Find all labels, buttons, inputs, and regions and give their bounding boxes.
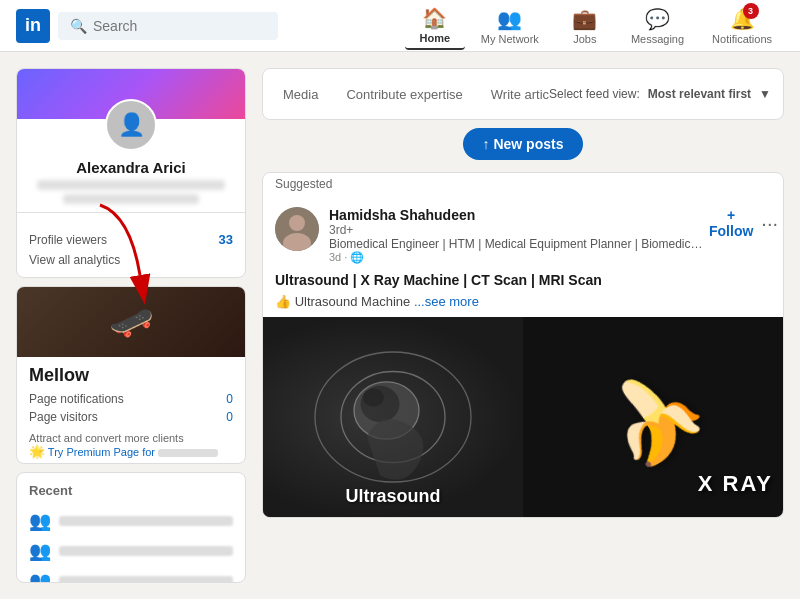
- sort-value[interactable]: Most relevant first: [648, 87, 751, 101]
- meme-xray: 🍌 X RAY: [523, 317, 783, 517]
- post-body-text: Ultrasound Machine: [295, 294, 411, 309]
- banana-icon: 🍌: [586, 351, 720, 482]
- recent-item-2[interactable]: 👥: [29, 536, 233, 566]
- profile-card: 👤 Alexandra Arici Profile viewers 33 Vie…: [16, 68, 246, 278]
- recent-card: Recent 👥 👥 👥: [16, 472, 246, 583]
- search-input[interactable]: [93, 18, 266, 34]
- post-title: Biomedical Engineer | HTM | Medical Equi…: [329, 237, 709, 251]
- jobs-icon: 💼: [572, 7, 597, 31]
- nav-item-jobs[interactable]: 💼 Jobs: [555, 3, 615, 49]
- mellow-card: 🛹 Mellow Page notifications 0 Page visit…: [16, 286, 246, 465]
- profile-subtitle-blurred: [63, 194, 200, 204]
- nav-notifications-label: Notifications: [712, 33, 772, 45]
- divider-1: [17, 212, 245, 213]
- search-bar[interactable]: 🔍: [58, 12, 278, 40]
- nav-messaging-label: Messaging: [631, 33, 684, 45]
- notifications-icon: 🔔 3: [730, 7, 755, 31]
- recent-text-1: [59, 516, 233, 526]
- recent-item-3[interactable]: 👥: [29, 566, 233, 583]
- stat-profile-viewers-value: 33: [219, 232, 233, 247]
- post-image: Ultrasound 🍌 X RAY: [263, 317, 783, 517]
- notifications-badge: 3: [743, 3, 759, 19]
- linkedin-logo[interactable]: in: [16, 9, 50, 43]
- recent-text-3: [59, 576, 233, 583]
- post-degree: 3rd+: [329, 223, 709, 237]
- thumbs-up-icon: 👍: [275, 294, 291, 309]
- post-author-avatar[interactable]: [275, 207, 319, 251]
- top-nav: in 🔍 🏠 Home 👥 My Network 💼 Jobs 💬 Messag…: [0, 0, 800, 52]
- see-more-link[interactable]: ...see more: [414, 294, 479, 309]
- suggested-label: Suggested: [263, 173, 783, 195]
- nav-items: 🏠 Home 👥 My Network 💼 Jobs 💬 Messaging 🔔…: [405, 2, 784, 50]
- stat-view-all-analytics[interactable]: View all analytics: [29, 250, 233, 270]
- premium-link[interactable]: Try Premium Page for: [48, 446, 155, 458]
- profile-name[interactable]: Alexandra Arici: [17, 159, 245, 176]
- nav-jobs-label: Jobs: [573, 33, 596, 45]
- feed-tab-article[interactable]: Write article: [483, 83, 549, 106]
- feed-top-bar: Media Contribute expertise Write article…: [262, 68, 784, 120]
- recent-text-2: [59, 546, 233, 556]
- network-icon: 👥: [497, 7, 522, 31]
- search-icon: 🔍: [70, 18, 87, 34]
- recent-icon-1: 👥: [29, 510, 51, 532]
- post-time: 3d · 🌐: [329, 251, 709, 264]
- page-notifications-label: Page notifications: [29, 392, 124, 406]
- svg-point-1: [289, 215, 305, 231]
- feed-tabs: Media Contribute expertise Write article: [275, 83, 549, 106]
- recent-icon-2: 👥: [29, 540, 51, 562]
- more-options-button[interactable]: ···: [761, 212, 778, 235]
- stat-profile-viewers[interactable]: Profile viewers 33: [29, 229, 233, 250]
- feed-tab-media[interactable]: Media: [275, 83, 326, 106]
- profile-headline-blurred: [37, 180, 225, 190]
- nav-item-notifications[interactable]: 🔔 3 Notifications: [700, 3, 784, 49]
- meme-ultrasound: Ultrasound: [263, 317, 523, 517]
- post-header: Hamidsha Shahudeen 3rd+ Biomedical Engin…: [263, 195, 783, 272]
- meme-xray-label: X RAY: [698, 471, 773, 497]
- nav-item-messaging[interactable]: 💬 Messaging: [619, 3, 696, 49]
- mellow-name[interactable]: Mellow: [17, 357, 245, 390]
- post-card: Suggested Hamidsha Shahudeen 3rd+: [262, 172, 784, 518]
- new-posts-section: ↑ New posts: [262, 128, 784, 160]
- avatar[interactable]: 👤: [105, 99, 157, 151]
- post-author-name[interactable]: Hamidsha Shahudeen: [329, 207, 709, 223]
- post-headline: Ultrasound | X Ray Machine | CT Scan | M…: [275, 272, 771, 288]
- globe-icon: 🌐: [350, 251, 364, 263]
- recent-item-1[interactable]: 👥: [29, 506, 233, 536]
- post-content: Ultrasound | X Ray Machine | CT Scan | M…: [263, 272, 783, 317]
- stat-analytics-label: View all analytics: [29, 253, 120, 267]
- post-body: 👍 Ultrasound Machine ...see more: [275, 294, 771, 309]
- left-sidebar: 👤 Alexandra Arici Profile viewers 33 Vie…: [16, 68, 246, 583]
- nav-item-home[interactable]: 🏠 Home: [405, 2, 465, 50]
- recent-icon-3: 👥: [29, 570, 51, 583]
- new-posts-button[interactable]: ↑ New posts: [463, 128, 584, 160]
- premium-promo: Attract and convert more clients 🌟 Try P…: [17, 426, 245, 465]
- page-visitors-value: 0: [226, 410, 233, 424]
- nav-network-label: My Network: [481, 33, 539, 45]
- follow-button[interactable]: + Follow: [709, 207, 753, 239]
- profile-stats: Profile viewers 33 View all analytics: [17, 221, 245, 270]
- nav-home-label: Home: [420, 32, 451, 44]
- avatar-svg: [275, 207, 319, 251]
- promo-text: Attract and convert more clients: [29, 432, 184, 444]
- recent-title: Recent: [29, 483, 233, 498]
- meme-ultrasound-label: Ultrasound: [345, 486, 440, 507]
- chevron-down-icon: ▼: [759, 87, 771, 101]
- mellow-page-visitors[interactable]: Page visitors 0: [17, 408, 245, 426]
- feed-tab-contribute[interactable]: Contribute expertise: [338, 83, 470, 106]
- home-icon: 🏠: [422, 6, 447, 30]
- messaging-icon: 💬: [645, 7, 670, 31]
- mellow-skater-icon: 🛹: [109, 301, 154, 343]
- svg-point-7: [363, 388, 384, 406]
- page-notifications-value: 0: [226, 392, 233, 406]
- page-visitors-label: Page visitors: [29, 410, 98, 424]
- mellow-page-notifications[interactable]: Page notifications 0: [17, 390, 245, 408]
- profile-avatar-wrap: 👤: [17, 99, 245, 151]
- main-layout: 👤 Alexandra Arici Profile viewers 33 Vie…: [0, 52, 800, 599]
- post-author-info: Hamidsha Shahudeen 3rd+ Biomedical Engin…: [275, 207, 709, 264]
- feed: Media Contribute expertise Write article…: [262, 68, 784, 583]
- mellow-cover: 🛹: [17, 287, 245, 357]
- post-actions-top: + Follow ··· ✕: [709, 207, 784, 239]
- sort-label: Select feed view:: [549, 87, 640, 101]
- nav-item-network[interactable]: 👥 My Network: [469, 3, 551, 49]
- feed-controls: Select feed view: Most relevant first ▼: [549, 87, 771, 101]
